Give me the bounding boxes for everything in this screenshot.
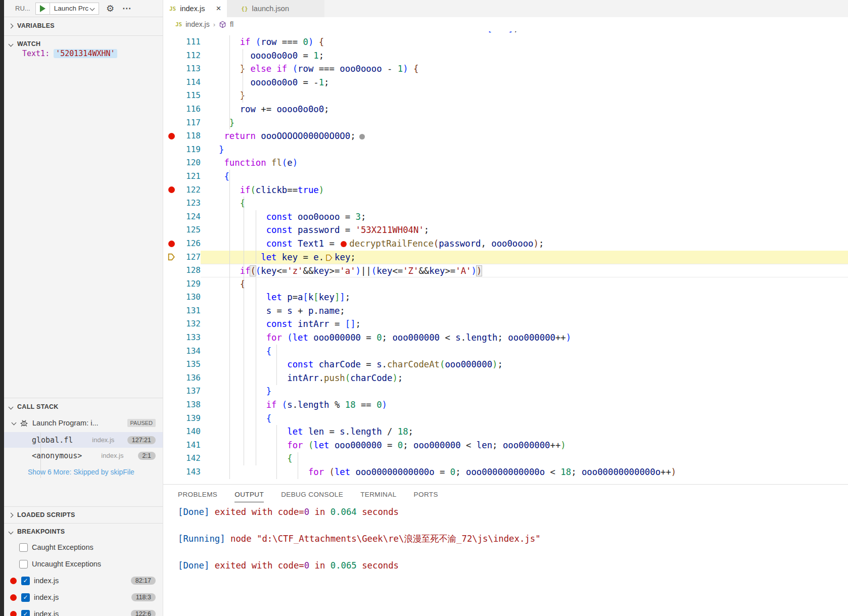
breadcrumb-symbol[interactable]: fl: [230, 20, 233, 28]
breakpoint-gutter[interactable]: [163, 62, 179, 76]
breakpoint-dot-icon[interactable]: [168, 133, 175, 139]
inline-breakpoint-icon[interactable]: [341, 241, 347, 247]
code-line-content[interactable]: {: [201, 345, 848, 358]
breakpoint-gutter[interactable]: [163, 116, 179, 130]
breakpoint-gutter[interactable]: [163, 89, 179, 103]
code-line-content[interactable]: {: [201, 170, 848, 183]
code-line-content[interactable]: } else if (row === ooo0oooo - 1) {: [201, 62, 848, 76]
breakpoint-gutter[interactable]: [163, 197, 179, 210]
code-line-content[interactable]: if(clickb==true): [201, 183, 848, 197]
gear-icon[interactable]: ⚙: [106, 3, 114, 14]
exception-breakpoint-row[interactable]: Uncaught Exceptions: [4, 556, 163, 572]
code-line-content[interactable]: const intArr = [];: [201, 317, 848, 331]
breakpoint-gutter[interactable]: [163, 143, 179, 157]
code-line-content[interactable]: if (s.length % 18 == 0): [201, 398, 848, 412]
tab-index-js[interactable]: JS index.js ×: [163, 0, 227, 17]
code-editor[interactable]: oooo0o0o0 = ooo0oooo[row]; 111 if (row =…: [163, 31, 848, 484]
debug-session-row[interactable]: Launch Program: i... PAUSED: [4, 415, 163, 431]
section-header-loaded-scripts[interactable]: LOADED SCRIPTS: [4, 507, 163, 523]
section-header-variables[interactable]: VARIABLES: [4, 18, 163, 33]
breakpoint-gutter[interactable]: [163, 277, 179, 291]
breakpoint-gutter[interactable]: [163, 183, 179, 197]
section-header-call-stack[interactable]: CALL STACK: [4, 399, 163, 414]
breakpoint-gutter[interactable]: [163, 304, 179, 318]
breakpoint-gutter[interactable]: [163, 425, 179, 439]
breadcrumb-file[interactable]: index.js: [185, 20, 209, 28]
breakpoint-gutter[interactable]: [163, 156, 179, 170]
breakpoint-gutter[interactable]: [163, 49, 179, 63]
panel-tab-debug-console[interactable]: DEBUG CONSOLE: [281, 491, 343, 502]
breakpoint-gutter[interactable]: [163, 237, 179, 251]
start-debug-icon[interactable]: [40, 5, 45, 12]
breakpoint-gutter[interactable]: [163, 465, 179, 479]
code-line-content[interactable]: let p=a[k[key]];: [201, 291, 848, 304]
breakpoint-gutter[interactable]: [163, 345, 179, 358]
launch-config-control[interactable]: Launch Prc: [35, 3, 99, 15]
breakpoint-gutter[interactable]: [163, 412, 179, 425]
exception-breakpoint-row[interactable]: Caught Exceptions: [4, 539, 163, 555]
breakpoint-gutter[interactable]: [163, 103, 179, 116]
show-more-row[interactable]: Show 6 More: Skipped by skipFile: [4, 464, 163, 480]
code-line-content[interactable]: }: [201, 143, 848, 157]
code-line-content[interactable]: let key = e.key;: [201, 251, 848, 264]
breakpoint-gutter[interactable]: [163, 291, 179, 304]
panel-tab-terminal[interactable]: TERMINAL: [360, 491, 396, 502]
checkbox-unchecked[interactable]: [19, 543, 28, 552]
breakpoint-row[interactable]: ✓index.js122:6: [4, 606, 163, 616]
code-line-content[interactable]: const Text1 = decryptRailFence(password,…: [201, 237, 848, 251]
code-line-content[interactable]: }: [201, 116, 848, 130]
code-line-content[interactable]: if((key<='z'&&key>='a')||(key<='Z'&&key>…: [201, 264, 848, 277]
breakpoint-dot-icon[interactable]: [168, 186, 175, 193]
panel-tab-problems[interactable]: PROBLEMS: [178, 491, 217, 502]
checkbox-checked[interactable]: ✓: [21, 610, 30, 616]
breakpoint-gutter[interactable]: [163, 76, 179, 89]
code-line-content[interactable]: const charCode = s.charCodeAt(ooo000000)…: [201, 358, 848, 371]
code-line-content[interactable]: const password = '53X211WH04N';: [201, 223, 848, 237]
code-line-content[interactable]: intArr.push(charCode);: [201, 371, 848, 385]
more-actions-icon[interactable]: ⋯: [122, 3, 131, 14]
breakpoint-row[interactable]: ✓index.js82:17: [4, 573, 163, 589]
breakpoint-gutter[interactable]: [163, 170, 179, 183]
close-icon[interactable]: ×: [216, 4, 221, 14]
code-line-content[interactable]: for (let ooo000000 = 0; ooo000000 < s.le…: [201, 331, 848, 345]
breakpoint-gutter[interactable]: [163, 35, 179, 49]
code-line-content[interactable]: {: [201, 277, 848, 291]
code-line-content[interactable]: const ooo0oooo = 3;: [201, 210, 848, 224]
code-line-content[interactable]: function fl(e): [201, 156, 848, 170]
breakpoint-gutter[interactable]: [163, 129, 179, 143]
code-line-content[interactable]: return oooOOOOO000O0O0O0;: [201, 129, 848, 143]
breakpoint-gutter[interactable]: [163, 452, 179, 465]
breakpoint-gutter[interactable]: [163, 251, 179, 264]
breakpoint-gutter[interactable]: [163, 210, 179, 224]
breakpoint-gutter[interactable]: [163, 358, 179, 371]
chevron-down-icon[interactable]: [89, 6, 95, 11]
panel-tab-output[interactable]: OUTPUT: [234, 491, 264, 502]
breakpoint-gutter[interactable]: [163, 371, 179, 385]
code-line-content[interactable]: }: [201, 89, 848, 103]
code-line-content[interactable]: row += oooo0o0o0;: [201, 103, 848, 116]
stack-frame-row[interactable]: <anonymous>index.js2:1: [4, 448, 163, 463]
code-line-content[interactable]: for (let ooo000000 = 0; ooo000000 < len;…: [201, 439, 848, 452]
code-line-content[interactable]: if (row === 0) {: [201, 35, 848, 49]
checkbox-checked[interactable]: ✓: [21, 593, 30, 602]
code-line-content[interactable]: let len = s.length / 18;: [201, 425, 848, 439]
breakpoint-gutter[interactable]: [163, 264, 179, 277]
breakpoint-gutter[interactable]: [163, 331, 179, 345]
section-header-breakpoints[interactable]: BREAKPOINTS: [4, 524, 163, 539]
stack-frame-row[interactable]: global.flindex.js127:21: [4, 432, 163, 448]
tab-launch-json[interactable]: {} launch.json: [227, 0, 324, 17]
breakpoint-row[interactable]: ✓index.js118:3: [4, 589, 163, 605]
show-more-link[interactable]: Show 6 More: Skipped by skipFile: [28, 468, 134, 476]
breakpoint-gutter[interactable]: [163, 223, 179, 237]
checkbox-checked[interactable]: ✓: [21, 577, 30, 585]
column-breakpoint-icon[interactable]: [359, 134, 365, 139]
inline-step-target-icon[interactable]: [324, 252, 335, 262]
panel-tab-ports[interactable]: PORTS: [414, 491, 438, 502]
breakpoint-gutter[interactable]: [163, 398, 179, 412]
code-line-content[interactable]: }: [201, 385, 848, 398]
breakpoint-gutter[interactable]: [163, 317, 179, 331]
code-line-content[interactable]: oooo0o0o0 = -1;: [201, 76, 848, 89]
code-line-content[interactable]: s = s + p.name;: [201, 304, 848, 318]
breakpoint-gutter[interactable]: [163, 385, 179, 398]
breakpoint-dot-icon[interactable]: [168, 241, 175, 247]
